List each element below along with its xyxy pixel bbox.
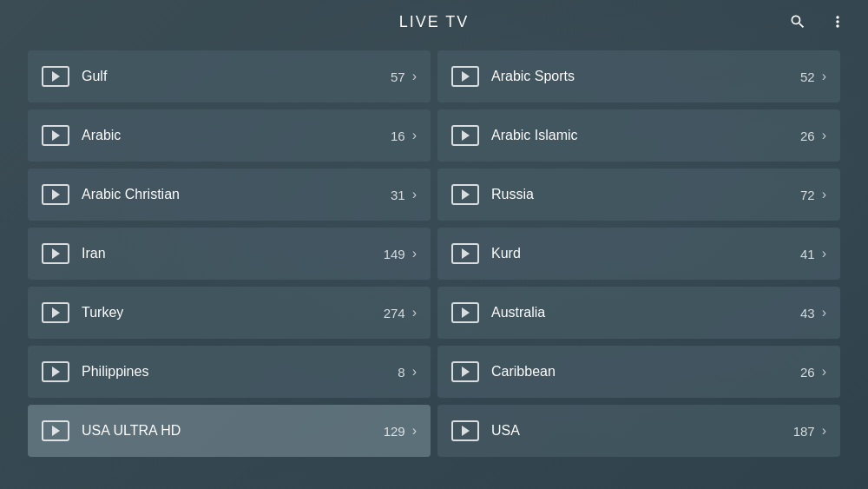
- page-title: LIVE TV: [399, 13, 470, 31]
- channel-item-arabic-christian[interactable]: Arabic Christian 31 ›: [28, 169, 431, 221]
- channel-label: Arabic Islamic: [491, 128, 800, 143]
- channel-label: Iran: [82, 246, 384, 261]
- channel-item-australia[interactable]: Australia 43 ›: [437, 287, 840, 339]
- channel-count: 41: [800, 247, 815, 261]
- channel-label: Turkey: [82, 305, 384, 320]
- channel-count: 187: [793, 424, 815, 439]
- chevron-right-icon: ›: [822, 423, 826, 439]
- chevron-right-icon: ›: [822, 69, 826, 84]
- chevron-right-icon: ›: [822, 187, 826, 202]
- play-icon: [451, 243, 479, 264]
- channel-count: 72: [800, 188, 815, 202]
- channel-item-philippines[interactable]: Philippines 8 ›: [28, 346, 431, 398]
- play-icon: [42, 361, 69, 382]
- play-icon: [451, 184, 479, 205]
- channel-item-usa-ultra-hd[interactable]: USA ULTRA HD 129 ›: [28, 405, 431, 457]
- chevron-right-icon: ›: [822, 128, 826, 143]
- play-icon: [42, 125, 69, 146]
- chevron-right-icon: ›: [822, 305, 826, 320]
- chevron-right-icon: ›: [822, 246, 826, 261]
- play-icon: [451, 66, 479, 87]
- channel-item-iran[interactable]: Iran 149 ›: [28, 228, 431, 280]
- channel-count: 52: [800, 69, 815, 84]
- chevron-right-icon: ›: [412, 364, 417, 380]
- chevron-right-icon: ›: [412, 187, 417, 202]
- header: LIVE TV: [0, 0, 868, 43]
- channel-count: 149: [384, 247, 405, 261]
- channel-label: Australia: [491, 305, 800, 320]
- channel-grid: Gulf 57 › Arabic Sports 52 › Arabic 16 ›…: [0, 43, 868, 464]
- play-icon: [42, 184, 69, 205]
- channel-label: Caribbean: [491, 364, 800, 380]
- search-icon[interactable]: [785, 9, 811, 35]
- channel-item-russia[interactable]: Russia 72 ›: [437, 169, 840, 221]
- channel-count: 274: [384, 306, 405, 320]
- channel-count: 16: [391, 129, 405, 143]
- channel-label: Kurd: [491, 246, 800, 261]
- channel-label: Arabic Christian: [82, 187, 391, 202]
- chevron-right-icon: ›: [412, 246, 417, 261]
- channel-count: 57: [391, 69, 405, 84]
- channel-count: 26: [800, 365, 815, 380]
- channel-label: Arabic Sports: [491, 69, 800, 84]
- chevron-right-icon: ›: [412, 305, 417, 320]
- channel-item-arabic-sports[interactable]: Arabic Sports 52 ›: [437, 50, 840, 102]
- channel-label: USA: [491, 423, 793, 439]
- play-icon: [451, 361, 479, 382]
- header-icons: [785, 9, 851, 35]
- channel-count: 8: [398, 365, 404, 380]
- play-icon: [42, 302, 69, 323]
- channel-count: 129: [384, 424, 405, 439]
- channel-count: 31: [391, 188, 405, 202]
- channel-item-kurd[interactable]: Kurd 41 ›: [437, 228, 840, 280]
- chevron-right-icon: ›: [822, 364, 826, 380]
- channel-item-arabic-islamic[interactable]: Arabic Islamic 26 ›: [437, 109, 840, 162]
- play-icon: [451, 420, 479, 441]
- more-vert-icon[interactable]: [825, 9, 851, 35]
- channel-label: Arabic: [82, 128, 391, 143]
- channel-label: Philippines: [82, 364, 398, 380]
- channel-item-arabic[interactable]: Arabic 16 ›: [28, 109, 431, 162]
- channel-count: 43: [800, 306, 815, 320]
- channel-item-caribbean[interactable]: Caribbean 26 ›: [437, 346, 840, 398]
- chevron-right-icon: ›: [412, 128, 417, 143]
- play-icon: [42, 66, 69, 87]
- channel-count: 26: [800, 129, 815, 143]
- play-icon: [451, 125, 479, 146]
- play-icon: [451, 302, 479, 323]
- chevron-right-icon: ›: [412, 69, 417, 84]
- chevron-right-icon: ›: [412, 423, 417, 439]
- channel-item-gulf[interactable]: Gulf 57 ›: [28, 50, 431, 102]
- channel-label: Russia: [491, 187, 800, 202]
- channel-item-turkey[interactable]: Turkey 274 ›: [28, 287, 431, 339]
- channel-label: Gulf: [82, 69, 391, 84]
- channel-item-usa[interactable]: USA 187 ›: [437, 405, 840, 457]
- channel-label: USA ULTRA HD: [82, 423, 384, 439]
- play-icon: [42, 243, 69, 264]
- play-icon: [42, 420, 69, 441]
